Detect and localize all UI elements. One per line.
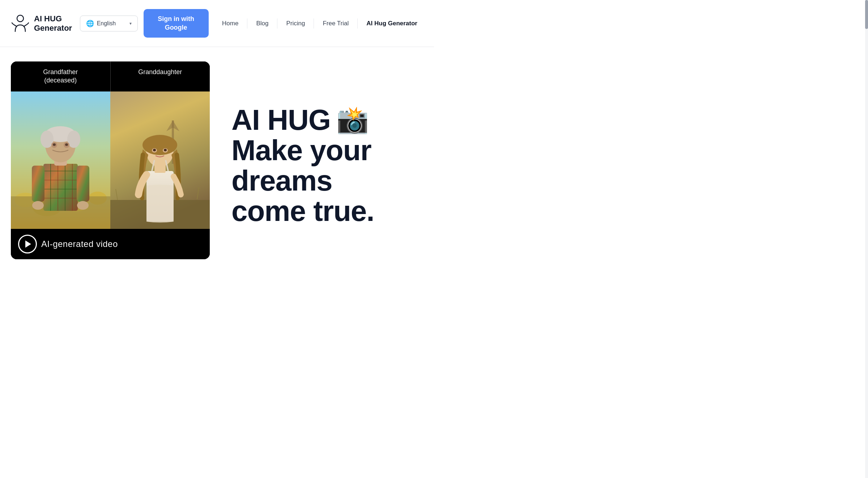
play-button[interactable]: [18, 235, 37, 253]
language-label: English: [97, 20, 116, 27]
chevron-down-icon: ▾: [129, 21, 132, 26]
play-icon: [25, 240, 31, 248]
nav-divider-3: [314, 18, 314, 29]
logo-icon: [11, 14, 30, 33]
nav-divider-1: [247, 18, 247, 29]
main-content: Grandfather (deceased) Granddaughter: [0, 47, 434, 259]
logo[interactable]: AI HUG Generator: [11, 14, 72, 33]
svg-rect-26: [77, 166, 89, 202]
hero-line-3: dreams: [231, 166, 423, 196]
nav-free-trial[interactable]: Free Trial: [317, 17, 354, 30]
video-label-right: Granddaughter: [111, 61, 210, 91]
nav-blog[interactable]: Blog: [250, 17, 274, 30]
svg-point-42: [164, 149, 167, 151]
header-center: 🌐 English ▾ Sign in with Google: [80, 9, 209, 38]
hero-line1-text: AI HUG: [231, 105, 331, 135]
nav-home[interactable]: Home: [216, 17, 244, 30]
video-card: Grandfather (deceased) Granddaughter: [11, 61, 210, 259]
svg-point-38: [142, 135, 177, 155]
hero-line-4: come true.: [231, 196, 423, 226]
nav-divider-4: [357, 18, 358, 29]
sign-in-label: Sign in with Google: [158, 15, 194, 31]
nav-pricing[interactable]: Pricing: [280, 17, 311, 30]
header: AI HUG Generator 🌐 English ▾ Sign in wit…: [0, 0, 434, 47]
hero-line-1: AI HUG 📸: [231, 105, 423, 135]
nav-divider-2: [277, 18, 277, 29]
svg-point-41: [153, 149, 156, 151]
svg-point-28: [77, 201, 89, 210]
svg-point-0: [17, 15, 24, 22]
video-overlay: AI-generated video: [11, 229, 210, 259]
camera-emoji: 📸: [336, 106, 369, 134]
video-images: [11, 91, 210, 229]
hero-line-2: Make your: [231, 135, 423, 166]
photo-grandfather: [11, 91, 110, 229]
hero-text: AI HUG 📸 Make your dreams come true.: [231, 61, 423, 226]
sign-in-button[interactable]: Sign in with Google: [144, 9, 209, 38]
svg-point-27: [32, 201, 44, 210]
language-dropdown[interactable]: 🌐 English ▾: [80, 16, 138, 31]
globe-icon: 🌐: [86, 20, 94, 27]
svg-rect-25: [32, 166, 44, 202]
svg-point-24: [65, 143, 68, 146]
video-labels: Grandfather (deceased) Granddaughter: [11, 61, 210, 91]
hero-title: AI HUG 📸 Make your dreams come true.: [231, 105, 423, 226]
video-overlay-text: AI-generated video: [41, 239, 118, 249]
photo-granddaughter: [110, 91, 210, 229]
svg-point-23: [53, 143, 56, 146]
logo-text: AI HUG Generator: [34, 14, 72, 33]
nav-app-name[interactable]: AI Hug Generator: [361, 17, 423, 30]
nav: Home Blog Pricing Free Trial AI Hug Gene…: [216, 17, 423, 30]
video-label-left: Grandfather (deceased): [11, 61, 110, 91]
